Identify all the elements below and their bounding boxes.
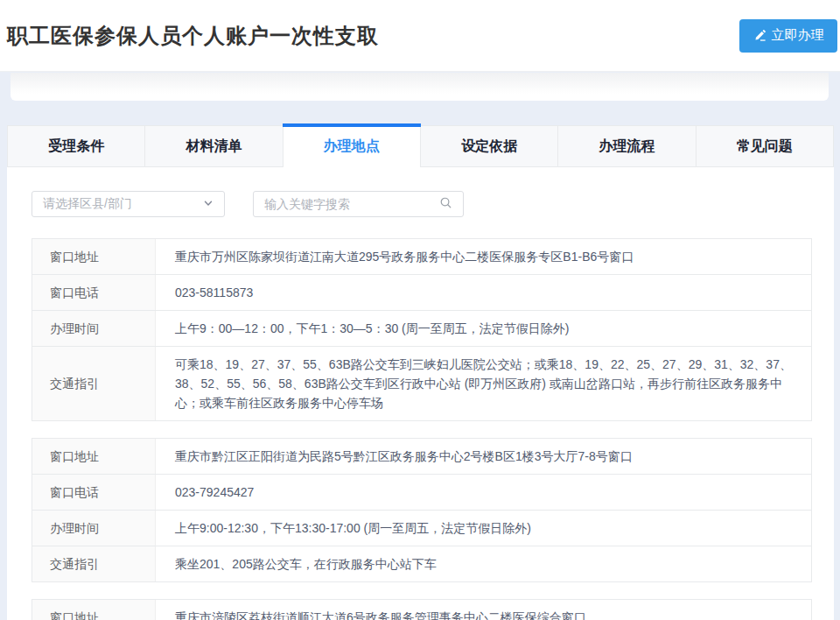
table-row: 窗口电话023-58115873 <box>32 274 811 310</box>
tab-legal-basis[interactable]: 设定依据 <box>421 125 558 167</box>
row-value: 重庆市黔江区正阳街道为民路5号黔江区政务服务中心2号楼B区1楼3号大厅7-8号窗… <box>156 439 811 474</box>
tab-materials-list[interactable]: 材料清单 <box>145 125 283 167</box>
row-value: 上午9：00—12：00，下午1：30—5：30 (周一至周五，法定节假日除外) <box>156 311 811 346</box>
row-value: 重庆市万州区陈家坝街道江南大道295号政务服务中心二楼医保服务专区B1-B6号窗… <box>156 239 811 274</box>
row-value: 可乘18、19、27、37、55、63B路公交车到三峡妇儿医院公交站；或乘18、… <box>156 347 811 420</box>
tab-panel-locations: 请选择区县/部门 窗口地址重庆市万州区陈家坝街道江南大道295号政务服务中心二楼… <box>7 167 834 620</box>
row-label: 窗口电话 <box>32 475 156 510</box>
table-row: 交通指引可乘18、19、27、37、55、63B路公交车到三峡妇儿医院公交站；或… <box>32 346 811 420</box>
pencil-icon <box>753 29 766 42</box>
tab-service-locations[interactable]: 办理地点 <box>284 125 421 167</box>
row-label: 办理时间 <box>32 511 156 546</box>
district-select-placeholder: 请选择区县/部门 <box>43 196 132 212</box>
location-table: 窗口地址重庆市涪陵区荔枝街道顺江大道6号政务服务管理事务中心二楼医保综合窗口 <box>32 599 812 620</box>
apply-now-button[interactable]: 立即办理 <box>739 19 837 53</box>
row-value: 重庆市涪陵区荔枝街道顺江大道6号政务服务管理事务中心二楼医保综合窗口 <box>156 600 811 620</box>
row-label: 窗口地址 <box>32 439 156 474</box>
row-label: 办理时间 <box>32 311 156 346</box>
tab-acceptance-criteria[interactable]: 受理条件 <box>7 125 145 167</box>
page-header: 职工医保参保人员个人账户一次性支取 立即办理 <box>0 0 840 72</box>
page: 职工医保参保人员个人账户一次性支取 立即办理 受理条件材料清单办理地点设定依据办… <box>0 0 840 620</box>
table-row: 交通指引乘坐201、205路公交车，在行政服务中心站下车 <box>32 546 811 581</box>
table-row: 窗口地址重庆市黔江区正阳街道为民路5号黔江区政务服务中心2号楼B区1楼3号大厅7… <box>32 439 811 474</box>
table-row: 窗口电话023-79245427 <box>32 474 811 510</box>
row-label: 窗口地址 <box>32 239 156 274</box>
locations-list: 窗口地址重庆市万州区陈家坝街道江南大道295号政务服务中心二楼医保服务专区B1-… <box>32 238 812 620</box>
table-row: 窗口地址重庆市万州区陈家坝街道江南大道295号政务服务中心二楼医保服务专区B1-… <box>32 239 811 274</box>
row-value: 上午9:00-12:30，下午13:30-17:00 (周一至周五，法定节假日除… <box>156 511 811 546</box>
row-value: 023-79245427 <box>156 475 811 510</box>
table-row: 办理时间上午9：00—12：00，下午1：30—5：30 (周一至周五，法定节假… <box>32 310 811 346</box>
row-value: 023-58115873 <box>156 275 811 310</box>
apply-now-label: 立即办理 <box>772 27 824 44</box>
content-card: 受理条件材料清单办理地点设定依据办理流程常见问题 请选择区县/部门 窗口地址重庆… <box>7 125 834 620</box>
table-row: 办理时间上午9:00-12:30，下午13:30-17:00 (周一至周五，法定… <box>32 510 811 546</box>
tab-process[interactable]: 办理流程 <box>558 125 696 167</box>
row-label: 交通指引 <box>32 546 156 581</box>
tab-faq[interactable]: 常见问题 <box>696 125 834 167</box>
table-row: 窗口地址重庆市涪陵区荔枝街道顺江大道6号政务服务管理事务中心二楼医保综合窗口 <box>32 600 811 620</box>
chevron-down-icon <box>203 196 214 212</box>
filter-bar: 请选择区县/部门 <box>32 191 812 217</box>
search-icon[interactable] <box>439 196 452 213</box>
location-table: 窗口地址重庆市万州区陈家坝街道江南大道295号政务服务中心二楼医保服务专区B1-… <box>32 238 812 421</box>
district-select[interactable]: 请选择区县/部门 <box>32 191 225 217</box>
keyword-search <box>253 191 464 217</box>
tab-bar: 受理条件材料清单办理地点设定依据办理流程常见问题 <box>7 125 834 167</box>
row-label: 窗口地址 <box>32 600 156 620</box>
row-label: 窗口电话 <box>32 275 156 310</box>
row-value: 乘坐201、205路公交车，在行政服务中心站下车 <box>156 546 811 581</box>
header-card-bottom <box>10 73 829 101</box>
keyword-search-input[interactable] <box>264 197 439 211</box>
location-table: 窗口地址重庆市黔江区正阳街道为民路5号黔江区政务服务中心2号楼B区1楼3号大厅7… <box>32 438 812 582</box>
page-title: 职工医保参保人员个人账户一次性支取 <box>7 22 379 50</box>
row-label: 交通指引 <box>32 347 156 420</box>
